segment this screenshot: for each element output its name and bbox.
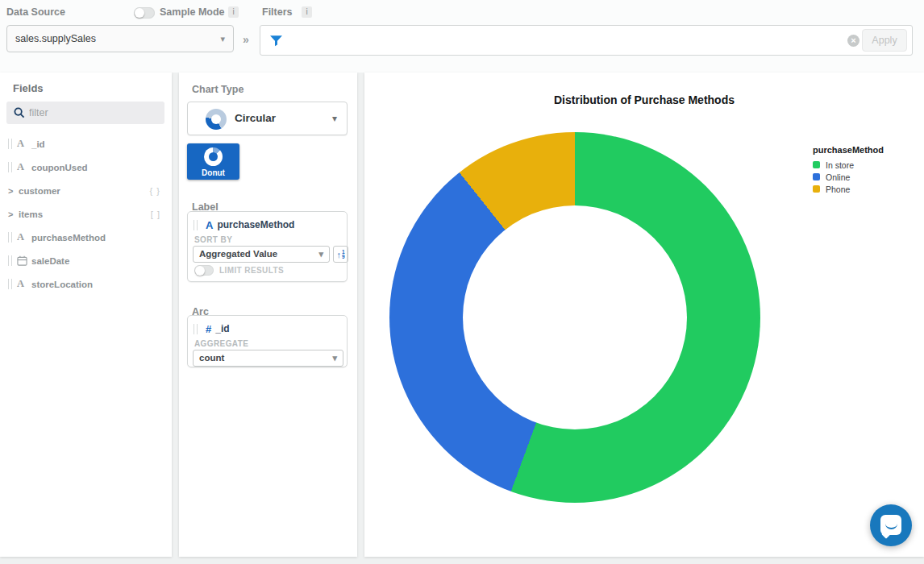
- chevron-down-icon: ▾: [318, 247, 323, 262]
- drag-handle-icon[interactable]: [8, 255, 12, 266]
- clear-filter-icon[interactable]: ×: [847, 35, 859, 47]
- label-field-name: purchaseMethod: [217, 219, 294, 230]
- object-badge: { }: [150, 186, 160, 196]
- field-row-purchaseMethod[interactable]: ApurchaseMethod: [0, 226, 172, 249]
- field-row-_id[interactable]: A_id: [0, 132, 172, 156]
- search-icon: [14, 107, 25, 118]
- fields-list: A_idAcouponUsed>customer{ }>items[ ]Apur…: [0, 132, 172, 296]
- donut-chart[interactable]: [389, 132, 760, 503]
- apply-button[interactable]: Apply: [862, 29, 907, 52]
- limit-results-label: LIMIT RESULTS: [219, 266, 284, 275]
- filters-label: Filters: [262, 6, 293, 18]
- legend-swatch-icon: [813, 173, 820, 180]
- string-type-icon: A: [17, 231, 30, 243]
- field-row-saleDate[interactable]: saleDate: [0, 249, 172, 272]
- aggregate-value: count: [199, 353, 224, 363]
- data-source-value: sales.supplySales: [15, 33, 96, 44]
- data-source-select[interactable]: sales.supplySales ▾: [6, 25, 234, 52]
- donut-subtype-label: Donut: [187, 168, 239, 177]
- fields-panel: Fields A_idAcouponUsed>customer{ }>items…: [0, 73, 172, 557]
- string-type-icon: A: [17, 278, 30, 290]
- limit-results-row: LIMIT RESULTS: [194, 265, 284, 276]
- sort-numeric-icon: 1 9: [342, 250, 345, 259]
- drag-handle-icon[interactable]: [8, 279, 12, 289]
- fields-filter-input[interactable]: [29, 102, 158, 124]
- string-type-icon: A: [17, 161, 30, 173]
- arc-field-chip[interactable]: # _id: [194, 321, 347, 336]
- funnel-icon: [269, 34, 283, 48]
- circular-chart-icon: [206, 109, 227, 130]
- top-toolbar: Data Source Sample Mode i Filters i sale…: [0, 0, 924, 73]
- drag-handle-icon[interactable]: [194, 220, 198, 230]
- filters-info-icon[interactable]: i: [302, 6, 312, 18]
- drag-handle-icon[interactable]: [194, 324, 198, 334]
- chart-type-select[interactable]: Circular ▾: [187, 102, 348, 135]
- chart-preview-panel: Distribution of Purchase Methods purchas…: [364, 73, 924, 557]
- chevron-down-icon: ▾: [332, 350, 337, 366]
- filters-input[interactable]: × Apply: [260, 25, 913, 56]
- chat-launcher-button[interactable]: [870, 504, 912, 546]
- fields-filter-box: [6, 102, 164, 124]
- aggregate-select[interactable]: count ▾: [193, 350, 343, 367]
- data-source-label: Data Source: [6, 6, 65, 18]
- arc-encoding-card: # _id AGGREGATE count ▾: [187, 315, 348, 367]
- legend-title: purchaseMethod: [813, 145, 884, 155]
- label-field-chip[interactable]: A purchaseMethod: [194, 218, 347, 232]
- legend-swatch-icon: [813, 185, 820, 193]
- drag-handle-icon[interactable]: [8, 139, 12, 149]
- sort-by-label: SORT BY: [194, 235, 232, 244]
- label-encoding-card: A purchaseMethod SORT BY Aggregated Valu…: [187, 211, 348, 282]
- number-type-icon: #: [206, 323, 211, 335]
- limit-results-toggle[interactable]: [194, 265, 214, 276]
- donut-chart-icon: [204, 147, 223, 166]
- field-row-customer[interactable]: >customer{ }: [0, 179, 172, 202]
- chart-legend: purchaseMethod In storeOnlinePhone: [813, 145, 884, 195]
- chat-bubble-icon: [880, 515, 901, 535]
- chevron-down-icon: ▾: [332, 102, 337, 135]
- field-row-couponUsed[interactable]: AcouponUsed: [0, 156, 172, 179]
- chart-title: Distribution of Purchase Methods: [364, 93, 924, 106]
- drag-handle-icon[interactable]: [8, 232, 12, 243]
- chart-type-value: Circular: [235, 102, 276, 135]
- legend-swatch-icon: [813, 161, 820, 168]
- sample-mode-toggle[interactable]: [134, 7, 155, 19]
- sort-ascending-icon: ↑: [336, 250, 341, 259]
- string-type-icon: A: [206, 219, 213, 231]
- sort-direction-button[interactable]: ↑ 1 9: [333, 246, 348, 263]
- chart-type-label: Chart Type: [192, 84, 243, 95]
- sample-mode-info-icon[interactable]: i: [228, 6, 239, 18]
- string-type-icon: A: [17, 138, 30, 150]
- fields-panel-title: Fields: [13, 82, 44, 94]
- expand-chevron-icon[interactable]: >: [8, 186, 17, 196]
- chevron-down-icon: ▾: [220, 26, 225, 52]
- sample-mode-label: Sample Mode: [160, 6, 225, 18]
- legend-item-in-store: In store: [813, 159, 884, 171]
- arc-field-name: _id: [215, 323, 229, 334]
- calendar-icon: [17, 255, 27, 266]
- field-row-storeLocation[interactable]: AstoreLocation: [0, 272, 172, 296]
- field-row-items[interactable]: >items[ ]: [0, 202, 172, 226]
- array-badge: [ ]: [151, 209, 160, 219]
- donut-hole: [463, 205, 687, 429]
- sort-by-value: Aggregated Value: [199, 249, 277, 259]
- legend-item-online: Online: [813, 171, 884, 183]
- chart-builder-panel: Chart Type Circular ▾ Donut Label A purc…: [179, 73, 357, 557]
- expand-chevron-icon[interactable]: >: [8, 209, 17, 219]
- legend-item-phone: Phone: [813, 183, 884, 195]
- aggregate-label: AGGREGATE: [194, 339, 248, 348]
- pipeline-separator-icon: »: [243, 33, 249, 46]
- sort-by-select[interactable]: Aggregated Value ▾: [193, 246, 330, 263]
- donut-subtype-tile[interactable]: Donut: [187, 143, 239, 180]
- drag-handle-icon[interactable]: [8, 162, 12, 172]
